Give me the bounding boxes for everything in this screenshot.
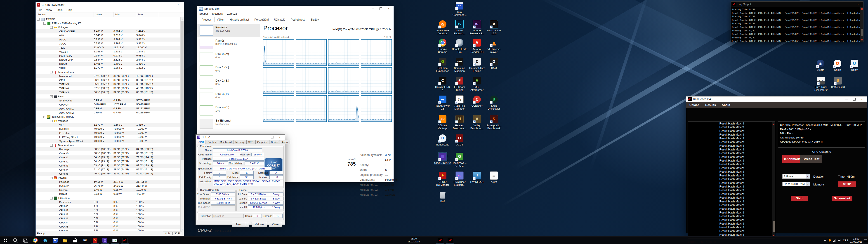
cpuz-tab[interactable]: Caches [206,140,218,144]
cpu-core-graph[interactable] [361,39,392,66]
desktop-icon[interactable]: U ↗ Uplay [846,59,863,71]
sidebar-performance-item[interactable]: Disk 2 (S:) 0 % [197,77,260,91]
sidebar-performance-item[interactable]: Síť Ethernet Nepřipojeno [197,117,260,130]
sidebar-performance-item[interactable]: Paměť 3,8/15,9 GB (24 %) [197,37,260,51]
sensor-row[interactable]: Package 38 °C (100 °F) 32 °C (89 °F) 84 … [36,147,184,151]
language-indicator[interactable]: CES [842,239,848,242]
close-button[interactable]: × [858,96,866,102]
task-manager-tab[interactable]: Podrobnosti [288,17,308,22]
desktop-icon[interactable]: ↗ Google Earth Pro [451,38,468,54]
taskbar-icon[interactable] [435,237,445,244]
cpuz-tab[interactable]: Bench [269,140,280,144]
taskbar-icon[interactable] [80,237,90,244]
taskbar-icon[interactable] [60,237,70,244]
cpu-core-graph[interactable] [328,95,359,122]
menu-item[interactable]: File [36,8,44,12]
task-manager-tab[interactable]: Historie aplikací [227,17,252,22]
sensor-row[interactable]: CPU #2 0 % 0 % 100 % [36,212,184,216]
cpu-core-graph[interactable] [361,67,392,94]
cpu-core-graph[interactable] [296,39,327,66]
desktop-icon[interactable]: V ↗ Valley Benchma... [468,115,486,130]
tree-expander[interactable]: - [50,71,53,73]
minimize-button[interactable] [369,6,377,11]
tree-expander[interactable]: - [50,26,53,29]
sensor-row[interactable]: CPU #3 0 % 0 % 100 % [36,216,184,220]
sensor-row[interactable]: +5V 5.040 V 5.016 V 5.040 V [36,33,184,37]
task-manager-titlebar[interactable]: Správce úloh × [197,6,394,11]
desktop-icon[interactable]: i ↗ HWiNFO64 [468,171,486,183]
sensor-row[interactable]: Core #1 34 °C (93 °F) 31 °C (87 °F) 79 °… [36,155,184,159]
taskbar-icon[interactable] [40,237,50,244]
tree-expander[interactable]: - [43,116,46,118]
sidebar-performance-item[interactable]: Disk 4 (C:) 1 % [197,104,260,117]
tree-expander[interactable]: - [50,144,53,147]
desktop-icon[interactable]: F ↗ F-Stream Tuning [451,77,468,92]
taskbar-icon[interactable] [120,237,130,244]
cpu-core-graph[interactable] [296,67,327,94]
close-button[interactable]: × [276,135,284,140]
task-manager-tab[interactable]: Uživatelé [272,17,288,22]
desktop-icon[interactable]: H ↗ Heaven Benchma... [451,115,468,130]
sensor-row[interactable]: - Fans [36,94,184,98]
cpu-core-graph[interactable] [263,39,294,66]
realbench-titlebar[interactable]: RealBench 2.43 × [686,96,867,102]
hwmonitor-column-header[interactable]: SensorValueMinMax [36,12,184,17]
taskbar-icon[interactable] [90,237,100,244]
tab-stress-test[interactable]: Stress Test [800,155,822,163]
minimize-button[interactable] [843,96,850,102]
close-button[interactable]: × [384,6,392,11]
tools-dropdown-icon[interactable]: ▼ [245,222,249,227]
sensor-row[interactable]: CPU OPT 8490 RPM 1376 RPM 58695 RPM [36,102,184,106]
sidebar-performance-item[interactable]: Disk 0 (Z:) 0 % [197,51,260,64]
socket-selector[interactable]: Socket #1 [213,214,244,218]
sensor-row[interactable]: LLC/Ring Offset +0.000 V +0.000 V +0.000… [36,135,184,139]
desktop-icon[interactable]: ▲ ↗ VLC media player [485,38,502,54]
desktop-icon[interactable]: C ↗ Corsair Utility Engine [468,57,486,72]
tree-expander[interactable]: - [50,95,53,98]
sensor-row[interactable]: DRAM 0.93 W 0.89 W 4.62 W [36,192,184,196]
sensor-row[interactable]: TMPIN6 37 °C (98 °F) 36 °C (96 °F) 48 °C… [36,86,184,90]
sensor-row[interactable]: CPU #6 1 % 0 % 100 % [36,228,184,231]
scrollbar-thumb[interactable] [181,21,184,160]
desktop-icon[interactable]: Ps ↗ Adobe Photosh... [451,20,468,35]
menu-item[interactable]: Možnosti [210,12,225,16]
sensor-row[interactable]: CPU #4 0 % 0 % 100 % [36,220,184,224]
tree-expander[interactable]: - [37,18,39,21]
taskbar-icon[interactable] [110,237,120,244]
desktop-icon[interactable]: H ↗ HeavyLoad [434,134,451,146]
task-manager-tab[interactable]: Po spuštění [252,17,271,22]
taskbar-icon[interactable] [100,237,110,244]
menu-item[interactable]: View [44,8,54,12]
taskbar-icon[interactable] [50,237,60,244]
sensor-row[interactable]: - ASRock Z370 Gaming K6 [36,21,184,25]
desktop-icon[interactable]: ≡ ↗ news [485,171,502,183]
tree-expander[interactable]: - [43,22,46,25]
primary-clock[interactable]: 13:20 11.02.2018 [850,238,862,243]
menu-item[interactable]: About [722,103,730,106]
desktop-icon[interactable]: ETS ↗ Euro Truck Simulator 2 [812,77,830,92]
cpu-core-graph[interactable] [263,95,294,122]
sensor-row[interactable]: Core #5 40 °C (104 °F) 31 °C (87 °F) 80 … [36,172,184,176]
sensor-row[interactable]: Core #2 34 °C (93 °F) 31 °C (87 °F) 83 °… [36,159,184,163]
scrollbar-thumb[interactable] [773,221,775,232]
cpuz-tab[interactable]: Mainboard [218,140,234,144]
cpu-core-graph[interactable] [263,67,294,94]
maximize-button[interactable] [167,2,175,8]
scroll-down-icon[interactable]: ▼ [181,227,184,231]
close-cpuz-button[interactable]: Close [269,222,282,227]
sensor-row[interactable]: AVCC 3.296 V 3.264 V 3.312 V [36,37,184,41]
sensor-row[interactable]: AUXFANIN1 0 RPM 0 RPM 57191 RPM [36,106,184,111]
sensor-row[interactable]: - Temperatures [36,70,184,74]
taskbar-icon[interactable] [445,237,455,244]
stop-button[interactable]: STOP [838,181,856,187]
close-button[interactable]: × [175,2,182,8]
cpu-core-graph[interactable] [328,39,359,66]
sensor-row[interactable]: PCH +1.0V 0.984 V 0.976 V 0.984 V [36,54,184,58]
sensor-row[interactable]: Uncore 3.40 W 0.55 W 10.29 W [36,188,184,192]
sensor-row[interactable]: Core #4 31 °C (87 °F) 29 °C (84 °F) 83 °… [36,167,184,172]
tools-button[interactable]: Tools [232,222,246,227]
duration-select[interactable]: 8 Hours▼ [782,174,810,179]
sensor-row[interactable]: IA Offset +0.000 V +0.000 V +0.000 V [36,127,184,131]
cpuz-titlebar[interactable]: CPU-Z × [196,135,285,140]
desktop-icon[interactable]: C ↗ Corsair LINK 4 [434,77,451,92]
